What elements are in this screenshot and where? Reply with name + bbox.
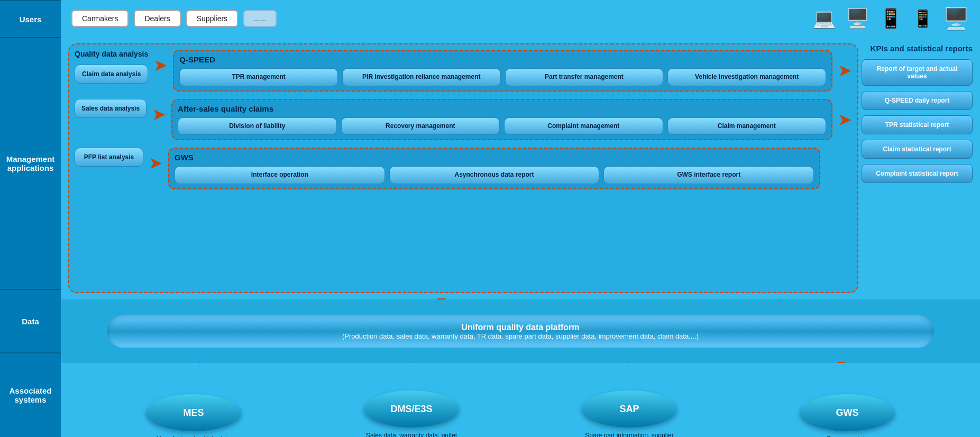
kpi-btn-3[interactable]: Claim statistical report [862, 140, 973, 159]
recovery-management-btn[interactable]: Recovery management [341, 117, 500, 135]
aftersales-modules: Division of liability Recovery managemen… [178, 117, 826, 135]
quality-analysis-title: Quality data analysis [75, 50, 148, 58]
gws-interface-report-btn[interactable]: GWS interface report [603, 166, 814, 184]
gws-ellipse[interactable]: GWS [800, 394, 895, 431]
aftersales-title: After-sales quality claims [178, 104, 826, 113]
mgmt-row-3: PFP list analysis ➤ GWS Interface operat… [75, 148, 852, 189]
arrow-qspeed: ➤ [153, 55, 168, 75]
qspeed-modules: TPR management PIR investigation relianc… [179, 68, 826, 86]
sales-data-analysis-btn[interactable]: Sales data analysis [75, 99, 146, 118]
async-data-report-btn[interactable]: Asynchronous data report [389, 166, 600, 184]
gws-group: GWS Interface operation Asynchronous dat… [168, 148, 820, 189]
label-associated: Associated systems [0, 352, 61, 437]
division-liability-btn[interactable]: Division of liability [178, 117, 336, 135]
claim-management-btn[interactable]: Claim management [667, 117, 826, 135]
btn-suppliers[interactable]: Suppliers [186, 10, 238, 27]
label-users: Users [0, 0, 61, 37]
ipad-icon [879, 7, 903, 30]
mgmt-outer-box: Quality data analysis Claim data analysi… [68, 43, 858, 293]
dms-label: Sales data, warranty data, outlet inform… [364, 432, 459, 437]
top-bar: Carmakers Dealers Suppliers ...... [61, 0, 980, 37]
mgmt-row-2: Sales data analysis ➤ After-sales qualit… [75, 99, 852, 141]
btn-carmakers[interactable]: Carmakers [71, 10, 129, 27]
sap-label: Spare part information, supplier informa… [582, 432, 677, 437]
part-transfer-btn[interactable]: Part transfer management [505, 68, 664, 86]
gws-modules: Interface operation Asynchronous data re… [175, 166, 814, 184]
left-labels: Users Management applications Data Assoc… [0, 0, 61, 437]
kpi-btn-0[interactable]: Report of target and actual values [862, 59, 973, 86]
arrow-gws: ➤ [149, 153, 163, 173]
assoc-sap: SAP Spare part information, supplier inf… [582, 390, 677, 437]
data-platform-title: Uniform quality data platform [128, 323, 913, 332]
mes-ellipse[interactable]: MES [146, 394, 241, 431]
qspeed-title: Q-SPEED [179, 55, 826, 64]
kpi-title: KPIs and statistical reports [862, 43, 973, 54]
pfp-list-analysis-btn[interactable]: PFP list analysis [75, 148, 143, 167]
claim-data-analysis-btn[interactable]: Claim data analysis [75, 65, 148, 84]
mgmt-section: Quality data analysis Claim data analysi… [61, 37, 980, 299]
label-management: Management applications [0, 37, 61, 289]
gws-title: GWS [175, 153, 814, 162]
data-section: Uniform quality data platform (Productio… [61, 299, 980, 363]
assoc-section: MES Manufactured vehicle data DMS/E3S Sa… [61, 363, 980, 437]
sales-analysis-col: Sales data analysis [75, 99, 146, 118]
interface-operation-btn[interactable]: Interface operation [175, 166, 385, 184]
sap-ellipse[interactable]: SAP [582, 390, 677, 427]
arrow-to-kpi-2: ➤ [838, 110, 852, 130]
assoc-gws: GWS Recovery data [800, 394, 895, 437]
main-area: Quality data analysis Claim data analysi… [61, 37, 980, 437]
kpi-section: KPIs and statistical reports Report of t… [862, 43, 973, 293]
phone-icon [912, 8, 933, 29]
pfp-analysis-col: PFP list analysis [75, 148, 143, 167]
data-platform-desc: (Production data, sales data, warranty d… [128, 332, 913, 340]
laptop-icon [812, 7, 836, 30]
tpr-management-btn[interactable]: TPR management [179, 68, 338, 86]
arrow-aftersales: ➤ [152, 104, 166, 124]
assoc-dms: DMS/E3S Sales data, warranty data, outle… [364, 390, 459, 437]
assoc-mes: MES Manufactured vehicle data [146, 394, 241, 437]
pir-investigation-btn[interactable]: PIR investigation reliance management [342, 68, 501, 86]
label-data: Data [0, 289, 61, 352]
device-icons [812, 6, 969, 31]
btn-dealers[interactable]: Dealers [134, 10, 180, 27]
btn-more[interactable]: ...... [243, 10, 277, 27]
arrow-to-kpi-1: ➤ [838, 60, 852, 80]
kpi-btn-4[interactable]: Complaint statistical report [862, 164, 973, 183]
data-platform-box: Uniform quality data platform (Productio… [107, 315, 934, 348]
qspeed-group: Q-SPEED TPR management PIR investigation… [173, 50, 832, 92]
vehicle-investigation-btn[interactable]: Vehicle investigation management [667, 68, 826, 86]
kpi-btn-2[interactable]: TPR statistical report [862, 115, 973, 134]
dms-ellipse[interactable]: DMS/E3S [364, 390, 459, 427]
kpi-btn-1[interactable]: Q-SPEED daily report [862, 91, 973, 110]
aftersales-group: After-sales quality claims Division of l… [171, 99, 832, 141]
quality-analysis-col: Quality data analysis Claim data analysi… [75, 50, 148, 84]
tablet-icon [846, 7, 869, 30]
complaint-management-btn[interactable]: Complaint management [504, 117, 663, 135]
mgmt-row-1: Quality data analysis Claim data analysi… [75, 50, 852, 92]
monitor-icon [943, 6, 969, 31]
